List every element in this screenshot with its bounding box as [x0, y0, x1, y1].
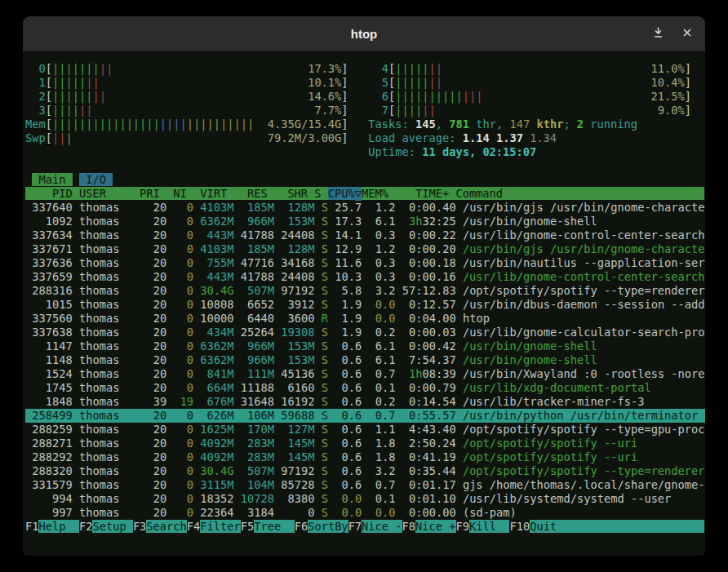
cell-time: 0:55.57 — [409, 409, 456, 422]
text — [402, 409, 409, 422]
text: Uptime: — [368, 145, 422, 158]
text — [200, 270, 206, 283]
text — [315, 339, 322, 353]
process-row-337640[interactable]: 337640 thomas 20 0 4103M 185M 128M S 25.… — [25, 201, 705, 215]
fnlabel-f7[interactable]: Nice - — [362, 520, 402, 533]
cell-pri: 20 — [153, 298, 166, 311]
text — [328, 215, 335, 228]
process-row-1148[interactable]: 1148 thomas 20 0 6362M 966M 153M S 0.6 6… — [25, 353, 705, 367]
process-row-1848[interactable]: 1848 thomas 39 19 676M 31648 16192 S 0.6… — [25, 395, 705, 409]
cell-cmd: /opt/spotify/spotify --uri — [463, 450, 637, 463]
text — [315, 450, 322, 463]
cell-shr: 59688 — [281, 409, 314, 422]
process-row-288316[interactable]: 288316 thomas 20 0 30.4G 507M 97192 S 5.… — [25, 284, 705, 298]
process-row-994[interactable]: 994 thomas 20 0 18352 10728 8380 S 0.0 0… — [25, 492, 705, 506]
cell-cmd: /usr/bin/gjs /usr/bin/gnome-character — [463, 242, 705, 255]
text — [368, 242, 375, 255]
fnlabel-f1[interactable]: Help — [38, 520, 78, 533]
process-row-337634[interactable]: 337634 thomas 20 0 443M 41788 24408 S 14… — [25, 228, 705, 242]
fnkey-f3[interactable]: F3 — [133, 520, 146, 533]
close-button[interactable] — [681, 26, 694, 42]
text — [442, 62, 650, 75]
text — [348, 90, 369, 103]
text — [456, 506, 463, 519]
sort-arrow-icon: ▽ — [355, 187, 362, 201]
fnkey-f10[interactable]: F10 — [509, 520, 530, 533]
text: Load average: — [368, 131, 462, 144]
sort-column-cpu[interactable]: CPU% — [328, 187, 355, 200]
text — [368, 437, 375, 450]
header-columns-left[interactable]: PID USER PRI NI VIRT RES SHR S — [25, 187, 328, 200]
text — [335, 353, 341, 366]
process-row-337671[interactable]: 337671 thomas 20 0 4103M 185M 128M S 12.… — [25, 242, 705, 256]
cell-pid: 337560 — [32, 312, 72, 325]
fnlabel-f3[interactable]: Search — [146, 520, 186, 533]
cpu7-bar-green: |||| — [395, 104, 422, 117]
text — [146, 298, 153, 311]
text — [328, 298, 335, 311]
fnkey-f2[interactable]: F2 — [79, 520, 92, 533]
fnkey-f9[interactable]: F9 — [456, 520, 469, 533]
text — [281, 339, 287, 353]
process-row-337560[interactable]: 337560 thomas 20 0 10000 6440 3600 R 1.9… — [25, 312, 705, 326]
text — [402, 450, 409, 463]
process-row-1015[interactable]: 1015 thomas 20 0 10808 6652 3912 S 1.9 0… — [25, 298, 705, 312]
fnkey-f6[interactable]: F6 — [295, 520, 308, 533]
process-row-337659[interactable]: 337659 thomas 20 0 443M 41788 24408 S 10… — [25, 270, 705, 284]
cell-res: 966M — [247, 215, 274, 228]
process-row-1147[interactable]: 1147 thomas 20 0 6362M 966M 153M S 0.6 6… — [25, 339, 705, 353]
process-row-258499[interactable]: 258499 thomas 20 0 626M 106M 59688 S 0.6… — [25, 409, 705, 423]
cell-cmd: /usr/bin/gnome-shell — [463, 353, 597, 366]
fnlabel-f5[interactable]: Tree — [254, 520, 294, 533]
fnlabel-f10[interactable]: Quit — [530, 520, 570, 533]
cell-cmd: /usr/lib/gnome-control-center-search- — [463, 270, 705, 283]
cell-cpu: 0.6 — [342, 450, 362, 463]
fnkey-f8[interactable]: F8 — [402, 520, 415, 533]
cell-ni: 0 — [187, 506, 193, 519]
process-row-337636[interactable]: 337636 thomas 20 0 755M 47716 34168 S 11… — [25, 256, 705, 270]
process-row-1524[interactable]: 1524 thomas 20 0 841M 111M 45136 S 0.6 0… — [25, 367, 705, 381]
process-row-288259[interactable]: 288259 thomas 20 0 1625M 170M 127M S 0.6… — [25, 423, 705, 437]
fnlabel-f6[interactable]: SortBy — [308, 520, 348, 533]
cell-pri: 20 — [153, 353, 166, 366]
cell-cpu: 0.6 — [342, 353, 362, 366]
process-row-288292[interactable]: 288292 thomas 20 0 4092M 283M 145M S 0.6… — [25, 450, 705, 464]
text — [25, 145, 368, 158]
fnkey-f7[interactable]: F7 — [348, 520, 362, 533]
text — [395, 284, 402, 297]
cell-res: 31648 — [241, 395, 274, 408]
cell-pri: 20 — [153, 437, 166, 450]
process-row-331579[interactable]: 331579 thomas 20 0 3115M 104M 85728 S 0.… — [25, 478, 705, 492]
titlebar[interactable]: htop — [23, 16, 705, 51]
text — [119, 478, 140, 491]
cell-time: 3h — [409, 215, 422, 228]
swp-bar-red: || — [52, 131, 65, 144]
cell-s: S — [322, 395, 328, 408]
process-row-288320[interactable]: 288320 thomas 20 0 30.4G 507M 97192 S 0.… — [25, 464, 705, 478]
cell-user: thomas — [79, 506, 119, 519]
fnkey-f1[interactable]: F1 — [25, 520, 38, 533]
process-row-1092[interactable]: 1092 thomas 20 0 6362M 966M 153M S 17.3 … — [25, 215, 705, 228]
header-columns-right[interactable]: MEM% TIME+ Command — [362, 187, 503, 200]
tab-main[interactable]: Main — [32, 173, 72, 186]
cell-cmd: /usr/bin/gnome-shell — [463, 339, 597, 353]
fnlabel-f4[interactable]: Filter — [200, 520, 240, 533]
cell-pri: 20 — [153, 228, 166, 242]
tab-io[interactable]: I/O — [79, 173, 113, 186]
cell-pid: 1745 — [46, 381, 73, 394]
cell-res: 25264 — [241, 326, 274, 339]
process-row-997[interactable]: 997 thomas 20 0 22364 3184 0 S 0.0 0.0 0… — [25, 506, 705, 520]
fnkey-f4[interactable]: F4 — [187, 520, 200, 533]
minimize-button[interactable] — [650, 24, 666, 42]
text — [637, 437, 705, 450]
text — [395, 367, 402, 380]
text — [597, 215, 705, 228]
fnlabel-f2[interactable]: Setup — [92, 520, 132, 533]
fnkey-f5[interactable]: F5 — [241, 520, 254, 533]
text — [200, 228, 206, 242]
process-row-337638[interactable]: 337638 thomas 20 0 434M 25264 19308 S 1.… — [25, 326, 705, 339]
process-row-1745[interactable]: 1745 thomas 20 0 664M 11188 6160 S 0.6 0… — [25, 381, 705, 395]
fnlabel-f8[interactable]: Nice + — [415, 520, 455, 533]
process-row-288271[interactable]: 288271 thomas 20 0 4092M 283M 145M S 0.6… — [25, 437, 705, 450]
fnlabel-f9[interactable]: Kill — [469, 520, 509, 533]
